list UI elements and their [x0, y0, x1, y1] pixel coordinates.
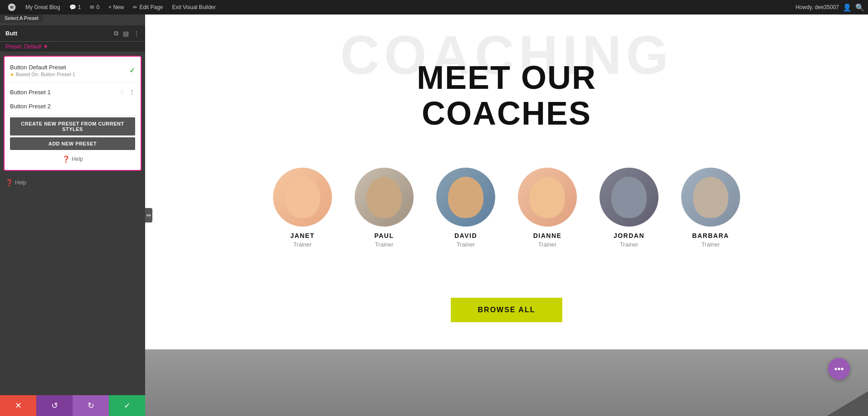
preset-label[interactable]: Preset: Default ▼ — [0, 42, 145, 52]
edit-page-label: Edit Page — [139, 4, 163, 10]
sidebar-title: Butt — [5, 30, 17, 37]
sidebar-header-icons: ⧉ ▤ ⋮ — [114, 29, 140, 37]
layout-icon[interactable]: ▤ — [123, 30, 129, 37]
preset-item-2[interactable]: Button Preset 2 — [5, 99, 141, 113]
svg-text:W: W — [10, 5, 14, 10]
blog-name: My Great Blog — [25, 4, 60, 10]
add-preset-button[interactable]: ADD NEW PRESET — [10, 137, 135, 150]
preset-divider-2 — [5, 115, 141, 116]
coach-role-jordan: Trainer — [620, 241, 639, 248]
coach-item-barbara: BARBARA Trainer — [679, 168, 742, 248]
messages-item[interactable]: ✉ 0 — [86, 0, 103, 15]
coach-role-barbara: Trainer — [702, 241, 720, 248]
coach-item-janet: JANET Trainer — [271, 168, 334, 248]
message-icon: ✉ — [90, 4, 94, 10]
coach-name-janet: JANET — [290, 232, 314, 239]
coach-role-paul: Trainer — [375, 241, 394, 248]
star-icon-1: ☆ — [119, 88, 125, 96]
comment-icon: 💬 — [69, 4, 76, 10]
sidebar-collapse-button[interactable]: ⇔ — [145, 208, 152, 223]
coaches-grid: JANET Trainer PAUL Trainer DAVID — [145, 168, 868, 248]
more-icon[interactable]: ⋮ — [133, 30, 140, 37]
cancel-button[interactable]: ✕ — [0, 395, 36, 416]
page-wrapper: COACHING MEET OUR COACHES JANET Trainer — [145, 15, 868, 416]
coach-name-paul: PAUL — [374, 232, 394, 239]
create-preset-button[interactable]: CREATE NEW PRESET FROM CURRENT STYLES — [10, 117, 135, 135]
preset-help-link[interactable]: ❓ Help — [5, 152, 141, 166]
edit-page-item[interactable]: ✏ Edit Page — [129, 0, 166, 15]
sidebar: Select A Preset Butt ⧉ ▤ ⋮ Preset: Defau… — [0, 15, 145, 416]
main-content: COACHING MEET OUR COACHES JANET Trainer — [145, 15, 868, 416]
preset-item-default[interactable]: Button Default Preset ★ Based On: Button… — [5, 60, 141, 81]
preset-dropdown: Button Default Preset ★ Based On: Button… — [4, 56, 141, 171]
wp-logo-item[interactable]: W — [4, 0, 20, 15]
coach-avatar-barbara — [681, 168, 740, 227]
user-greeting: Howdy, dee35007 — [795, 4, 839, 10]
coach-avatar-paul — [355, 168, 414, 227]
coach-name-jordan: JORDAN — [614, 232, 644, 239]
chevron-down-icon: ▼ — [43, 44, 49, 50]
coach-avatar-jordan — [600, 168, 658, 227]
more-options-icon-1[interactable]: ⋮ — [129, 88, 135, 96]
exit-builder-item[interactable]: Exit Visual Builder — [168, 0, 219, 15]
fab-button[interactable]: ••• — [828, 358, 850, 380]
coach-name-dianne: DIANNE — [533, 232, 562, 239]
comments-count: 1 — [78, 4, 81, 10]
admin-bar: W My Great Blog 💬 1 ✉ 0 + New ✏ Edit Pag… — [0, 0, 868, 15]
edit-icon: ✏ — [133, 4, 137, 10]
sidebar-help-link[interactable]: ❓ Help — [0, 174, 145, 191]
coach-avatar-dianne — [518, 168, 577, 227]
blog-name-item[interactable]: My Great Blog — [22, 0, 64, 15]
coach-avatar-janet — [273, 168, 332, 227]
messages-count: 0 — [96, 4, 99, 10]
coach-name-david: DAVID — [454, 232, 477, 239]
browse-all-button[interactable]: BROWSE ALL — [451, 298, 563, 322]
coach-role-david: Trainer — [457, 241, 475, 248]
coach-role-dianne: Trainer — [538, 241, 557, 248]
sidebar-header: Butt ⧉ ▤ ⋮ — [0, 25, 145, 42]
bottom-toolbar: ✕ ↺ ↻ ✓ — [0, 395, 145, 416]
copy-icon[interactable]: ⧉ — [114, 29, 118, 37]
preset-item-1[interactable]: Button Preset 1 ☆ ⋮ — [5, 85, 141, 99]
coach-item-jordan: JORDAN Trainer — [597, 168, 661, 248]
search-icon[interactable]: 🔍 — [855, 3, 864, 12]
preset-item-sub-default: ★ Based On: Button Preset 1 — [10, 72, 129, 77]
help-icon: ❓ — [62, 155, 70, 163]
coach-item-dianne: DIANNE Trainer — [516, 168, 579, 248]
check-icon: ✓ — [129, 66, 135, 75]
coach-avatar-david — [436, 168, 495, 227]
coach-role-janet: Trainer — [293, 241, 312, 248]
preset-item-name-default: Button Default Preset — [10, 64, 129, 71]
admin-bar-right: Howdy, dee35007 👤 🔍 — [795, 3, 864, 12]
arrow-right-icon: ⇔ — [146, 212, 151, 218]
coach-item-paul: PAUL Trainer — [352, 168, 416, 248]
comments-item[interactable]: 💬 1 — [66, 0, 85, 15]
user-avatar-icon: 👤 — [843, 3, 852, 12]
star-icon: ★ — [10, 72, 14, 77]
preset-item-name-2: Button Preset 2 — [10, 103, 135, 110]
redo-button[interactable]: ↻ — [73, 395, 109, 416]
heading-line1: MEET OUR — [154, 60, 859, 96]
preset-item-name-1: Button Preset 1 — [10, 89, 119, 96]
heading-section: COACHING MEET OUR COACHES — [145, 15, 868, 140]
exit-builder-label: Exit Visual Builder — [172, 4, 216, 10]
new-label: + New — [108, 4, 124, 10]
main-heading: MEET OUR COACHES — [154, 60, 859, 131]
undo-button[interactable]: ↺ — [36, 395, 73, 416]
preset-divider-1 — [5, 82, 141, 83]
select-preset-tooltip: Select A Preset — [0, 14, 43, 23]
sidebar-help-icon: ❓ — [5, 179, 13, 186]
heading-line2: COACHES — [154, 96, 859, 131]
new-item[interactable]: + New — [105, 0, 127, 15]
save-button[interactable]: ✓ — [109, 395, 145, 416]
coach-name-barbara: BARBARA — [692, 232, 729, 239]
bottom-section — [145, 349, 868, 416]
coach-item-david: DAVID Trainer — [434, 168, 497, 248]
